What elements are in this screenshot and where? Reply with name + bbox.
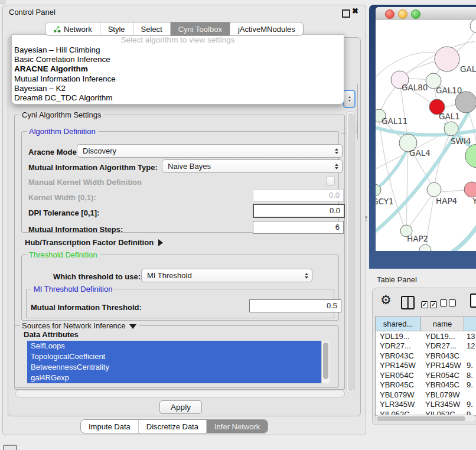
algorithm-option[interactable]: Bayesian – K2 — [12, 84, 344, 93]
tab-network[interactable]: Network — [45, 22, 100, 35]
close-traffic-light-icon[interactable] — [385, 9, 395, 19]
manual-kernel-checkbox[interactable] — [326, 177, 335, 185]
table-cell: YBR043C — [376, 351, 421, 360]
mi-algorithm-type-value: Naive Bayes — [168, 162, 211, 171]
tab-jactivemnodules[interactable]: jActiveMNodules — [230, 22, 303, 35]
network-node[interactable] — [464, 182, 476, 197]
tab-discretize-data[interactable]: Discretize Data — [138, 420, 206, 433]
tab-select[interactable]: Select — [133, 22, 170, 35]
algorithm-option[interactable]: ARACNE Algorithm — [12, 64, 344, 74]
zoom-traffic-light-icon[interactable] — [411, 9, 420, 19]
bottom-tabbar: Impute DataDiscretize DataInfer Network — [80, 419, 268, 433]
network-node[interactable] — [435, 47, 459, 71]
network-node[interactable] — [427, 182, 441, 197]
panel-divider-handle[interactable] — [365, 216, 367, 219]
dpi-tolerance-input[interactable]: 0.0 — [253, 204, 345, 218]
table-cell: YPR145W — [421, 361, 464, 370]
list-scrollbar[interactable] — [321, 341, 330, 383]
mi-steps-input[interactable]: 6 — [253, 221, 344, 234]
kernel-width-label: Kernel Width (0,1): — [28, 193, 96, 202]
scrollbar-thumb[interactable] — [377, 416, 465, 421]
table-cell: 9. — [464, 400, 476, 409]
table-row[interactable]: YLR345WYLR345W9. — [376, 400, 476, 410]
attribute-item[interactable]: SelfLoops — [27, 341, 330, 351]
expand-arrow-icon — [158, 239, 163, 246]
dpi-tolerance-label: DPI Tolerance [0,1]: — [28, 208, 99, 217]
table-cell: YLR345W — [376, 400, 421, 409]
attribute-item[interactable]: TopologicalCoefficient — [27, 351, 330, 362]
column-header-partial[interactable] — [464, 317, 476, 331]
table-row[interactable]: YPR145WYPR145W9. — [376, 361, 476, 371]
network-node[interactable] — [465, 144, 476, 168]
table-cell: YDR27... — [376, 341, 421, 350]
table-horizontal-scrollbar[interactable] — [375, 415, 476, 422]
table-row[interactable]: YDR27...YDR27...12 — [376, 341, 476, 351]
attribute-item[interactable]: gal4RGexp — [27, 373, 330, 383]
node-label: GCY1 — [376, 197, 394, 206]
network-node[interactable] — [444, 122, 458, 136]
minimized-panel-button[interactable] — [3, 445, 17, 450]
network-view-canvas[interactable]: GALGAL80GAL10GAL1GAL11SWI4GAL4GCY1HAP4YH… — [376, 20, 476, 251]
checked-box-icon: ✓ — [430, 301, 437, 308]
attribute-item[interactable]: BetweennessCentrality — [27, 362, 330, 373]
group-title: Threshold Definition — [27, 250, 100, 259]
node-label: HAP4 — [436, 196, 457, 206]
aracne-mode-select[interactable]: Discovery — [77, 144, 343, 158]
deselect-all-icon[interactable] — [440, 298, 458, 309]
table-row[interactable]: YER054CYER054C8. — [376, 370, 476, 380]
network-node[interactable] — [470, 20, 476, 33]
algorithm-option[interactable]: Basic Correlation Inference — [12, 55, 344, 64]
table-cell: 13 — [464, 332, 476, 341]
tab-infer-network[interactable]: Infer Network — [206, 420, 268, 433]
table-row[interactable]: YBR043CYBR043C — [376, 351, 476, 361]
sources-title: Sources for Network Inference — [22, 321, 126, 330]
mi-algorithm-type-select[interactable]: Naive Bayes — [162, 159, 343, 173]
apply-button[interactable]: Apply — [159, 400, 202, 414]
horizontal-scrollbar[interactable] — [15, 390, 345, 398]
tab-style[interactable]: Style — [100, 22, 133, 35]
gear-icon[interactable]: ⚙ — [380, 292, 392, 308]
panel-divider-handle[interactable] — [365, 220, 367, 221]
algorithm-option[interactable]: Bayesian – Hill Climbing — [12, 45, 344, 55]
column-header-shared-name[interactable]: shared... — [376, 317, 421, 331]
table-panel: ⚙ ✓✓ shared... name YDL19...YDL19...13YD… — [372, 288, 476, 425]
aracne-mode-label: Aracne Mode: — [28, 148, 79, 156]
mi-threshold-input[interactable]: 0.5 — [249, 299, 341, 312]
hidden-combo-stepper[interactable] — [343, 90, 356, 108]
which-threshold-select[interactable]: MI Threshold — [141, 269, 312, 282]
select-all-icon[interactable]: ✓✓ — [421, 298, 439, 309]
column-header-name[interactable]: name — [421, 317, 464, 331]
control-panel-title: Control Panel — [9, 8, 56, 17]
float-window-icon[interactable] — [342, 9, 350, 18]
table-row[interactable]: YBL079WYBL079W — [376, 390, 476, 400]
table-row[interactable]: YBR045CYBR045C9. — [376, 380, 476, 390]
columns-icon[interactable] — [401, 296, 415, 309]
group-title: Algorithm Definition — [27, 127, 98, 136]
table-cell: 9. — [464, 361, 476, 370]
algorithm-option[interactable]: Mutual Information Inference — [12, 74, 344, 84]
network-window-titlebar[interactable] — [376, 7, 476, 21]
kernel-width-input[interactable]: 0.0 — [253, 189, 344, 202]
mi-steps-label: Mutual Information Steps: — [28, 225, 123, 234]
data-attributes-list[interactable]: SelfLoopsTopologicalCoefficientBetweenne… — [27, 341, 330, 383]
corner-tab — [0, 0, 5, 4]
network-node[interactable] — [419, 244, 431, 251]
hub-definition-disclosure[interactable]: Hub/Transcription Factor Definition — [25, 238, 163, 247]
table-cell: YDL19... — [421, 332, 464, 341]
close-icon[interactable]: ✖ — [352, 6, 358, 15]
minimize-traffic-light-icon[interactable] — [398, 9, 407, 19]
tab-cyni-toolbox[interactable]: Cyni Toolbox — [170, 22, 230, 35]
node-label: GAL — [460, 64, 476, 74]
tab-impute-data[interactable]: Impute Data — [81, 420, 138, 433]
settings-scrollbar[interactable] — [346, 111, 355, 393]
scrollbar-thumb[interactable] — [348, 113, 354, 392]
table-row[interactable]: YDL19...YDL19...13 — [376, 331, 476, 341]
page-icon[interactable] — [470, 294, 476, 308]
hub-definition-label: Hub/Transcription Factor Definition — [25, 238, 154, 247]
tab-label: Impute Data — [89, 422, 131, 431]
node-label: GAL10 — [436, 86, 462, 95]
unchecked-box-icon — [440, 299, 447, 306]
sources-disclosure[interactable]: Sources for Network Inference — [19, 321, 139, 330]
scrollbar-thumb[interactable] — [323, 343, 328, 379]
algorithm-option[interactable]: Dream8 DC_TDC Algorithm — [12, 93, 344, 103]
